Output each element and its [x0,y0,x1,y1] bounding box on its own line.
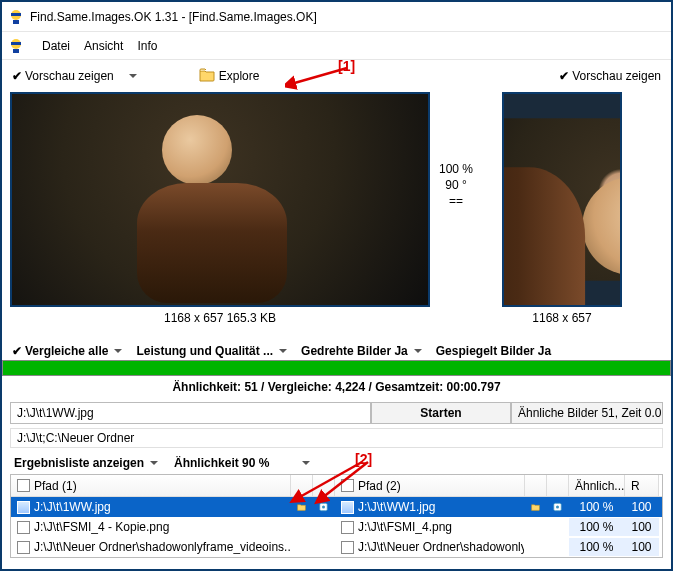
svg-rect-2 [13,20,19,24]
check-icon: ✔ [12,344,22,358]
explore-label: Explore [219,69,260,83]
start-button[interactable]: Starten [372,403,512,423]
show-preview-left-label: Vorschau zeigen [25,69,114,83]
mirrored-images-option[interactable]: Gespiegelt Bilder Ja [436,344,551,358]
folder-icon [297,501,306,513]
folder-icon [531,501,540,513]
path-input-1[interactable]: J:\J\t\1WW.jpg [11,403,372,423]
title-bar: Find.Same.Images.OK 1.31 - [Find.Same.Im… [2,2,671,32]
check-icon: ✔ [559,69,569,83]
cell-similar: 100 % [569,498,625,516]
cell-similar: 100 % [569,518,625,536]
explore-button[interactable]: Explore [199,68,260,85]
cell-path1: J:\J\t\1WW.jpg [34,500,111,514]
row-checkbox[interactable] [17,501,30,514]
cell-r: 100 [625,498,659,516]
cell-path1: J:\J\t\Neuer Ordner\shadowonlyframe_vide… [34,540,291,554]
col-icon2[interactable] [525,475,547,496]
header-checkbox-2[interactable] [341,479,354,492]
preview-right-caption: 1168 x 657 [532,311,591,325]
progress-bar [2,360,671,376]
compare-all-label: Vergleiche alle [25,344,108,358]
results-grid: Pfad (1) Pfad (2) Ähnlich... R J:\J\t\1W… [10,474,663,558]
compare-eq: == [449,194,463,208]
preview-left-caption: 1168 x 657 165.3 KB [164,311,276,325]
svg-rect-4 [11,42,21,45]
filter-bar: Ergebnisliste anzeigen Ähnlichkeit 90 % [2,452,671,474]
preview-row: 1168 x 657 165.3 KB 100 % 90 ° == 1168 x… [2,88,671,338]
table-row[interactable]: J:\J\t\1WW.jpg J:\J\t\WW1.jpg 100 % 100 [11,497,662,517]
table-row[interactable]: J:\J\t\FSMI_4 - Kopie.png J:\J\t\FSMI_4.… [11,517,662,537]
cell-similar: 100 % [569,538,625,556]
col-similar-label: Ähnlich... [575,479,624,493]
open-viewer-2[interactable] [547,499,569,515]
show-results-filter[interactable]: Ergebnisliste anzeigen [14,456,158,470]
options-bar: ✔ Vergleiche alle Leistung und Qualität … [2,338,671,360]
preview-right-column: 1168 x 657 [502,92,622,325]
mirrored-label: Gespiegelt Bilder Ja [436,344,551,358]
grid-header: Pfad (1) Pfad (2) Ähnlich... R [11,475,662,497]
svg-rect-5 [13,49,19,53]
svg-point-9 [556,506,559,509]
chevron-down-icon [129,74,137,78]
show-results-label: Ergebnisliste anzeigen [14,456,144,470]
col-icon2b[interactable] [547,475,569,496]
svg-rect-1 [11,13,21,16]
performance-quality-option[interactable]: Leistung und Qualität ... [136,344,287,358]
cell-path2: J:\J\t\WW1.jpg [358,500,435,514]
open-viewer-1[interactable] [313,499,335,515]
rotated-images-option[interactable]: Gedrehte Bilder Ja [301,344,422,358]
app-icon [8,9,24,25]
col-icon1b[interactable] [313,475,335,496]
row-checkbox[interactable] [341,501,354,514]
check-icon: ✔ [12,69,22,83]
chevron-down-icon [279,349,287,353]
cell-path1: J:\J\t\FSMI_4 - Kopie.png [34,520,169,534]
folder-icon [199,68,215,85]
preview-right-pane: 1168 x 657 [502,92,622,325]
svg-point-7 [322,506,325,509]
header-checkbox-1[interactable] [17,479,30,492]
compare-all-option[interactable]: ✔ Vergleiche alle [12,344,122,358]
open-folder-2[interactable] [525,499,547,515]
preview-left-pane: 1168 x 657 165.3 KB [10,92,430,325]
col-path1[interactable]: Pfad (1) [11,475,291,496]
path-input-2[interactable]: J:\J\t;C:\Neuer Ordner [10,428,663,448]
table-row[interactable]: J:\J\t\Neuer Ordner\shadowonlyframe_vide… [11,537,662,557]
menu-info[interactable]: Info [137,39,157,53]
compare-rotation: 90 ° [445,178,466,192]
open-folder-1[interactable] [291,499,313,515]
open-icon [319,501,328,513]
preview-toolbar: ✔ Vorschau zeigen Explore ✔ Vorschau zei… [2,60,671,88]
show-preview-left-toggle[interactable]: ✔ Vorschau zeigen [12,69,114,83]
row-checkbox[interactable] [341,541,354,554]
menu-file[interactable]: Datei [42,39,70,53]
menu-view[interactable]: Ansicht [84,39,123,53]
row-checkbox[interactable] [17,541,30,554]
col-r[interactable]: R [625,475,659,496]
cell-r: 100 [625,518,659,536]
col-path2[interactable]: Pfad (2) [335,475,525,496]
similarity-filter[interactable]: Ähnlichkeit 90 % [174,456,310,470]
col-path1-label: Pfad (1) [34,479,77,493]
show-preview-right-toggle[interactable]: ✔ Vorschau zeigen [559,69,661,83]
row-checkbox[interactable] [341,521,354,534]
chevron-down-icon [114,349,122,353]
row-checkbox[interactable] [17,521,30,534]
compare-percent: 100 % [439,162,473,176]
open-icon [553,501,562,513]
compare-info: 100 % 90 ° == [430,92,482,208]
show-preview-left-dropdown[interactable] [122,69,141,83]
menu-bar: Datei Ansicht Info [2,32,671,60]
col-similar[interactable]: Ähnlich... [569,475,625,496]
col-icon1[interactable] [291,475,313,496]
grid-body: J:\J\t\1WW.jpg J:\J\t\WW1.jpg 100 % 100 … [11,497,662,557]
col-path2-label: Pfad (2) [358,479,401,493]
show-preview-right-label: Vorschau zeigen [572,69,661,83]
window-title: Find.Same.Images.OK 1.31 - [Find.Same.Im… [30,10,317,24]
preview-right-image[interactable] [502,92,622,307]
preview-left-image[interactable] [10,92,430,307]
status-line: Ähnlichkeit: 51 / Vergleiche: 4,224 / Ge… [2,376,671,400]
cell-path2: J:\J\t\FSMI_4.png [358,520,452,534]
chevron-down-icon [150,461,158,465]
